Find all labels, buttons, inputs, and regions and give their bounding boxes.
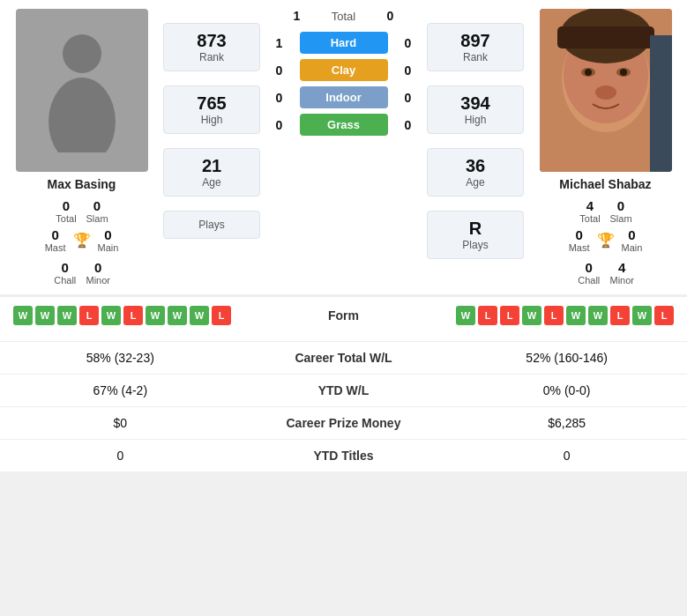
surface-btn-clay[interactable]: Clay — [300, 59, 388, 81]
right-mast-val: 0 — [575, 227, 582, 242]
stat-label-3: YTD Titles — [241, 440, 447, 472]
left-chall-val: 0 — [62, 260, 69, 275]
right-minor-lbl: Minor — [610, 275, 635, 286]
left-age-lbl: Age — [178, 176, 245, 189]
stat-right-2: $6,285 — [446, 407, 687, 440]
left-high-val: 765 — [178, 93, 245, 114]
right-chall-cell: 0 Chall — [577, 260, 601, 286]
svg-rect-11 — [557, 26, 654, 48]
right-high-val: 394 — [442, 93, 509, 114]
left-bottom-stats: 0 Chall 0 Minor — [53, 260, 110, 286]
form-label: Form — [273, 308, 414, 323]
right-total-lbl: Total — [579, 213, 600, 224]
right-slam-cell: 0 Slam — [610, 198, 632, 224]
total-row: 1 Total 0 — [284, 9, 404, 23]
svg-point-1 — [49, 78, 116, 152]
right-mast-lbl: Mast — [569, 242, 590, 253]
right-trophy-row: 0 Mast 🏆 0 Main — [569, 227, 643, 253]
left-form-badge-5: L — [123, 306, 143, 325]
total-left-score: 1 — [284, 9, 310, 23]
stat-left-3: 0 — [0, 440, 241, 472]
left-form-badge-9: L — [212, 306, 231, 325]
right-form-badge-3: W — [522, 306, 541, 325]
left-total-cell: 0 Total — [55, 198, 77, 224]
right-trophy-icon: 🏆 — [597, 232, 615, 249]
surface-rows: 1 Hard 0 0 Clay 0 0 Indoor 0 0 Grass 0 — [265, 32, 422, 136]
right-plays-box: R Plays — [427, 211, 524, 259]
right-bottom-stats: 0 Chall 4 Minor — [577, 260, 634, 286]
right-stats-grid: 4 Total 0 Slam — [579, 198, 631, 224]
stat-right-0: 52% (160-146) — [446, 342, 687, 375]
surface-left-0: 1 — [266, 36, 293, 50]
surface-row-clay: 0 Clay 0 — [265, 59, 422, 81]
left-form-badges: WWWLWLWWWL — [13, 306, 231, 325]
left-slam-val: 0 — [93, 198, 101, 213]
left-age-box: 21 Age — [163, 148, 260, 197]
left-chall-cell: 0 Chall — [53, 260, 78, 286]
stat-left-2: $0 — [0, 407, 241, 440]
left-form-badge-4: W — [101, 306, 121, 325]
right-form-badge-1: L — [478, 306, 497, 325]
center-column: 1 Total 0 1 Hard 0 0 Clay 0 0 Indoor 0 0… — [265, 9, 422, 136]
surface-row-grass: 0 Grass 0 — [265, 114, 422, 136]
right-total-val: 4 — [586, 198, 594, 213]
right-form-badge-6: W — [588, 306, 608, 325]
right-minor-cell: 4 Minor — [610, 260, 635, 286]
stats-row: 0 YTD Titles 0 — [0, 440, 687, 472]
right-rank-box: 897 Rank — [427, 23, 524, 71]
right-minor-val: 4 — [618, 260, 625, 275]
right-form-badge-5: W — [566, 306, 586, 325]
surface-row-hard: 1 Hard 0 — [265, 32, 422, 54]
svg-rect-12 — [650, 35, 672, 172]
stat-right-3: 0 — [446, 440, 687, 472]
right-rank-lbl: Rank — [442, 51, 509, 63]
right-main-lbl: Main — [622, 242, 643, 253]
right-age-lbl: Age — [442, 176, 509, 189]
svg-point-8 — [620, 69, 627, 76]
left-form-badge-3: L — [79, 306, 99, 325]
total-label: Total — [317, 10, 370, 23]
stats-table: 58% (32-23) Career Total W/L 52% (160-14… — [0, 341, 687, 471]
main-layout: Max Basing 0 Total 0 Slam 0 Mast 🏆 0 Mai… — [0, 0, 687, 294]
stat-left-1: 67% (4-2) — [0, 375, 241, 407]
left-player-card: Max Basing 0 Total 0 Slam 0 Mast 🏆 0 Mai… — [4, 9, 159, 286]
left-form-badge-7: W — [168, 306, 187, 325]
left-player-photo — [16, 9, 148, 172]
left-mast-val: 0 — [51, 227, 58, 242]
surface-left-3: 0 — [266, 118, 293, 132]
stats-row: 58% (32-23) Career Total W/L 52% (160-14… — [0, 342, 687, 375]
left-plays-lbl: Plays — [178, 219, 245, 231]
right-chall-lbl: Chall — [578, 275, 600, 286]
right-player-name: Michael Shabaz — [559, 177, 651, 191]
left-mast-lbl: Mast — [45, 242, 66, 253]
svg-point-0 — [63, 34, 101, 73]
right-form-badge-2: L — [500, 306, 519, 325]
total-right-score: 0 — [377, 9, 404, 23]
left-slam-lbl: Slam — [86, 213, 108, 224]
right-plays-lbl: Plays — [442, 239, 509, 251]
surface-left-2: 0 — [266, 91, 293, 105]
left-form-badge-6: W — [146, 306, 165, 325]
right-plays-val: R — [442, 219, 509, 239]
surface-btn-hard[interactable]: Hard — [300, 32, 388, 54]
surface-btn-grass[interactable]: Grass — [300, 114, 388, 136]
left-minor-cell: 0 Minor — [86, 260, 111, 286]
right-form-badge-4: L — [544, 306, 564, 325]
surface-btn-indoor[interactable]: Indoor — [300, 86, 388, 108]
left-plays-box: Plays — [163, 211, 260, 239]
right-slam-lbl: Slam — [610, 213, 632, 224]
surface-right-2: 0 — [395, 91, 422, 105]
left-high-box: 765 High — [163, 85, 260, 134]
surface-right-3: 0 — [395, 118, 422, 132]
left-form-badge-2: W — [57, 306, 77, 325]
left-minor-lbl: Minor — [86, 275, 111, 286]
right-age-val: 36 — [442, 156, 509, 176]
right-high-box: 394 High — [427, 85, 524, 134]
form-section: WWWLWLWWWL Form WLLWLWWLWL — [0, 294, 687, 341]
right-mast-cell: 0 Mast — [569, 227, 590, 253]
left-chall-lbl: Chall — [54, 275, 76, 286]
right-player-photo — [540, 9, 672, 172]
left-trophy-row: 0 Mast 🏆 0 Main — [45, 227, 119, 253]
left-main-val: 0 — [104, 227, 111, 242]
svg-point-7 — [585, 69, 592, 76]
